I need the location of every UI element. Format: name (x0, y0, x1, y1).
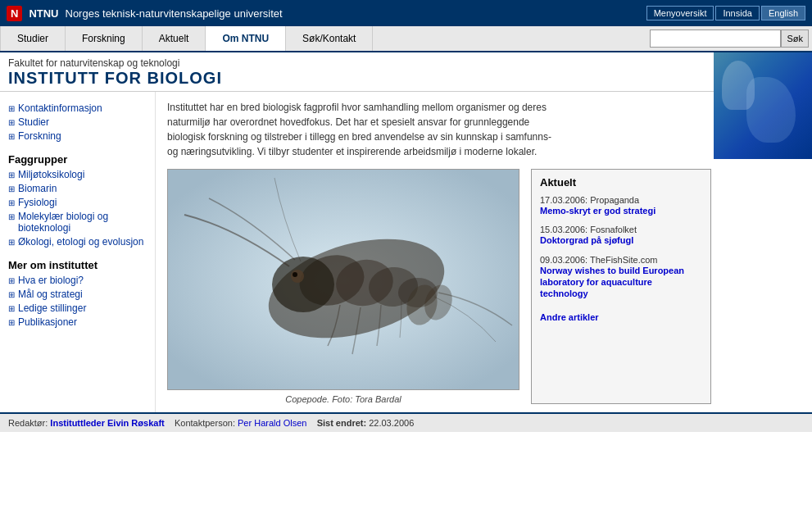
nav-aktuelt[interactable]: Aktuelt (143, 26, 206, 51)
expand-icon: ⊞ (8, 118, 15, 127)
news-date-1: 17.03.2006: Propaganda (540, 195, 702, 205)
sidebar-hva-er-biologi[interactable]: ⊞ Hva er biologi? (8, 275, 147, 286)
expand-icon: ⊞ (8, 104, 15, 113)
main-navigation: Studier Forskning Aktuelt Om NTNU Søk/Ko… (0, 26, 812, 52)
nav-studier[interactable]: Studier (0, 26, 66, 51)
expand-icon: ⊞ (8, 198, 15, 207)
sidebar-mal-strategi[interactable]: ⊞ Mål og strategi (8, 289, 147, 300)
image-caption: Copepode. Foto: Tora Bardal (167, 394, 519, 404)
aktuelt-panel: Aktuelt 17.03.2006: Propaganda Memo-skry… (531, 169, 711, 404)
news-item-1: 17.03.2006: Propaganda Memo-skryt er god… (540, 195, 702, 216)
svg-point-8 (293, 272, 297, 277)
logo-area: N NTNU Norges teknisk-naturvitenskapelig… (7, 6, 646, 21)
nav-sok-kontakt[interactable]: Søk/Kontakt (286, 26, 373, 51)
nav-om-ntnu[interactable]: Om NTNU (206, 26, 286, 51)
svg-point-7 (291, 270, 304, 283)
sidebar-fysiologi[interactable]: ⊞ Fysiologi (8, 197, 147, 208)
english-link[interactable]: English (761, 6, 805, 20)
page-title-area: Fakultet for naturvitenskap og teknologi… (0, 52, 812, 92)
ntnu-full-name: Norges teknisk-naturvitenskapelige unive… (66, 7, 283, 20)
redaktor-label: Redaktør: (8, 418, 48, 428)
sist-endret-date: 22.03.2006 (369, 418, 414, 428)
redaktor-name[interactable]: Instituttleder Eivin Røskaft (50, 418, 164, 428)
expand-icon: ⊞ (8, 304, 15, 313)
sidebar-kontaktinformasjon[interactable]: ⊞ Kontaktinformasjon (8, 102, 147, 114)
content-lower: Copepode. Foto: Tora Bardal Aktuelt 17.0… (167, 169, 801, 404)
expand-icon: ⊞ (8, 238, 15, 247)
sidebar-miljotoksikologi[interactable]: ⊞ Miljøtoksikologi (8, 169, 147, 180)
expand-icon: ⊞ (8, 290, 15, 299)
institute-name: INSTITUTT FOR BIOLOGI (8, 69, 804, 88)
search-bar: Søk (646, 26, 812, 51)
aktuelt-title: Aktuelt (540, 176, 702, 189)
faculty-name: Fakultet for naturvitenskap og teknologi (8, 57, 804, 69)
kontakt-label: Kontaktperson: (175, 418, 235, 428)
sidebar: ⊞ Kontaktinformasjon ⊞ Studier ⊞ Forskni… (0, 92, 156, 412)
sidebar-okologi[interactable]: ⊞ Økologi, etologi og evolusjon (8, 236, 147, 248)
news-item-2: 15.03.2006: Fosnafolket Doktorgrad på sj… (540, 225, 702, 246)
search-button[interactable]: Søk (781, 30, 809, 48)
sidebar-forskning[interactable]: ⊞ Forskning (8, 130, 147, 142)
expand-icon: ⊞ (8, 132, 15, 141)
copepode-svg (168, 170, 519, 390)
sidebar-publikasjoner[interactable]: ⊞ Publikasjoner (8, 316, 147, 328)
news-link-1[interactable]: Memo-skryt er god strategi (540, 205, 702, 216)
ntnu-acronym: NTNU (29, 7, 58, 20)
expand-icon: ⊞ (8, 212, 15, 221)
kontakt-name[interactable]: Per Harald Olsen (238, 418, 306, 428)
ntnu-logo-icon: N (7, 6, 22, 21)
news-link-2[interactable]: Doktorgrad på sjøfugl (540, 234, 702, 246)
header: N NTNU Norges teknisk-naturvitenskapelig… (0, 0, 812, 26)
faggrupper-title: Faggrupper (8, 153, 147, 166)
andre-artikler-link[interactable]: Andre artikler (540, 312, 599, 322)
intro-text: Instituttet har en bred biologisk fagpro… (167, 100, 552, 159)
svg-point-6 (272, 257, 334, 312)
expand-icon: ⊞ (8, 184, 15, 193)
expand-icon: ⊞ (8, 170, 15, 180)
news-date-2: 15.03.2006: Fosnafolket (540, 225, 702, 234)
sist-endret-label: Sist endret: (317, 418, 367, 428)
footer: Redaktør: Instituttleder Eivin Røskaft K… (0, 412, 812, 432)
sidebar-molekylaer[interactable]: ⊞ Molekylær biologi og bioteknologi (8, 211, 147, 234)
search-input[interactable] (650, 30, 781, 48)
sidebar-biomarin[interactable]: ⊞ Biomarin (8, 183, 147, 194)
expand-icon: ⊞ (8, 318, 15, 327)
news-date-3: 09.03.2006: TheFishSite.com (540, 255, 702, 265)
news-item-3: 09.03.2006: TheFishSite.com Norway wishe… (540, 255, 702, 300)
innsida-link[interactable]: Innsida (715, 6, 759, 20)
header-navigation: Menyoversikt Innsida English (646, 6, 805, 20)
sidebar-ledige-stillinger[interactable]: ⊞ Ledige stillinger (8, 302, 147, 314)
nav-forskning[interactable]: Forskning (66, 26, 143, 51)
menyoversikt-link[interactable]: Menyoversikt (646, 6, 714, 20)
mer-title: Mer om instituttet (8, 259, 147, 271)
sidebar-studier[interactable]: ⊞ Studier (8, 116, 147, 128)
image-section: Copepode. Foto: Tora Bardal (167, 169, 519, 404)
expand-icon: ⊞ (8, 276, 15, 285)
main-content: Instituttet har en bred biologisk fagpro… (156, 92, 812, 412)
copepode-image (167, 169, 519, 390)
content-wrapper: ⊞ Kontaktinformasjon ⊞ Studier ⊞ Forskni… (0, 92, 812, 412)
news-link-3[interactable]: Norway wishes to build European laborato… (540, 265, 702, 300)
